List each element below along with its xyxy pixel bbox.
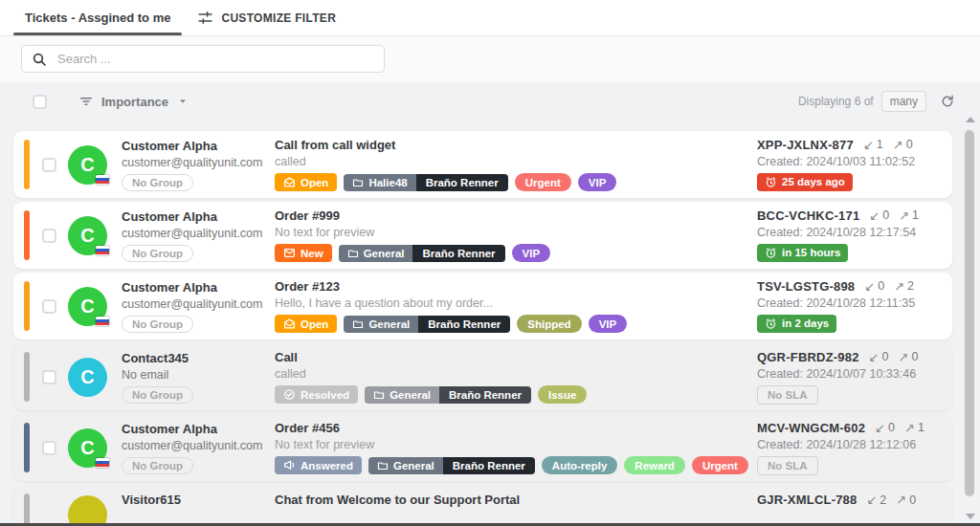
created-date: Created: 2024/10/03 11:02:52: [757, 155, 947, 168]
status-badge: Answered: [275, 456, 362, 474]
search-section: [0, 36, 980, 82]
ticket-row[interactable]: C Customer Alpha customer@qualityunit.co…: [13, 202, 952, 269]
folder-icon: [373, 389, 385, 401]
badge-row: New General Braňo Renner VIP: [275, 244, 757, 262]
meta-column: MCV-WNGCM-602 ↙0 ↗1 Created: 2024/10/28 …: [757, 421, 947, 475]
avatar-letter: C: [80, 296, 94, 318]
sent-count: ↗1: [899, 208, 919, 223]
ticket-checkbox[interactable]: [42, 299, 56, 314]
received-count: ↙0: [869, 208, 889, 223]
subject-column: Call from call widget called Open Halie4…: [275, 138, 757, 191]
ticket-code: GJR-XMLCL-788: [757, 493, 857, 507]
badge-row: Resolved General Braňo Renner Issue: [275, 385, 757, 404]
customer-column: Customer Alpha customer@qualityunit.com …: [122, 422, 265, 474]
status-badge: Resolved: [275, 385, 358, 404]
tab-tickets-assigned[interactable]: Tickets - Assgined to me: [11, 0, 184, 35]
arrow-up-right-icon: ↗: [893, 138, 903, 152]
chevron-down-icon: [176, 95, 189, 108]
department-group: General: [390, 389, 431, 401]
ticket-preview: called: [275, 367, 757, 381]
folder-icon: [377, 460, 389, 471]
open-envelope-icon: [283, 318, 296, 330]
customer-column: Contact345 No email No Group: [122, 351, 265, 404]
ticket-row[interactable]: C Contact345 No email No Group Call call…: [13, 343, 952, 410]
sla-badge: in 2 days: [757, 315, 836, 333]
select-all-checkbox[interactable]: [33, 95, 47, 109]
tune-icon: [197, 10, 213, 26]
subject-column: Chat from Welcome to our Support Portal: [275, 493, 757, 507]
received-count: ↙1: [863, 138, 883, 152]
displaying-text: Displaying 6 of: [798, 95, 874, 108]
sort-importance-control[interactable]: Importance: [78, 94, 189, 109]
ticket-row[interactable]: C Customer Alpha customer@qualityunit.co…: [13, 414, 952, 481]
customer-column: Visitor615: [122, 493, 265, 507]
ticket-checkbox[interactable]: [42, 158, 56, 172]
ticket-checkbox[interactable]: [42, 441, 56, 455]
priority-bar: [24, 493, 30, 526]
group-badge: No Group: [122, 245, 193, 262]
tag-badge: VIP: [578, 173, 617, 191]
customer-name: Customer Alpha: [122, 422, 265, 436]
ticket-checkbox[interactable]: [42, 370, 56, 384]
avatar: C: [68, 145, 107, 185]
avatar: C: [68, 358, 107, 397]
customer-name: Customer Alpha: [122, 139, 265, 153]
folder-icon: [352, 177, 364, 188]
department-badge: Halie48 Braňo Renner: [344, 174, 507, 191]
customer-email: No email: [122, 368, 265, 382]
avatar-letter: C: [80, 225, 94, 247]
customer-name: Customer Alpha: [122, 280, 265, 295]
customer-name: Customer Alpha: [122, 209, 265, 224]
status-badge: Open: [275, 173, 337, 191]
ticket-row[interactable]: C Customer Alpha customer@qualityunit.co…: [13, 273, 952, 340]
ticket-code: BCC-VCHKC-171: [757, 208, 859, 223]
refresh-button[interactable]: [938, 92, 957, 111]
badge-row: Open General Braňo Renner Shipped VIP: [275, 315, 757, 333]
scrollbar-down-arrow[interactable]: [966, 514, 975, 519]
created-date: Created: 2024/10/28 12:12:06: [757, 438, 947, 451]
sla-label: 25 days ago: [782, 176, 845, 187]
tab-customize-filter[interactable]: CUSTOMIZE FILTER: [184, 0, 349, 35]
ticket-row[interactable]: Visitor615 Chat from Welcome to our Supp…: [13, 485, 952, 526]
status-label: Answered: [301, 460, 353, 471]
sent-count: ↗0: [896, 493, 916, 507]
subject-column: Call called Resolved General Braňo Renne…: [275, 350, 757, 404]
filter-icon: [78, 94, 94, 109]
customer-name: Contact345: [122, 351, 265, 365]
group-badge: No Group: [122, 457, 193, 474]
ticket-row[interactable]: C Customer Alpha customer@qualityunit.co…: [13, 131, 952, 198]
department-group: Halie48: [368, 177, 407, 188]
list-toolbar: Importance Displaying 6 of many: [0, 82, 980, 118]
arrow-up-right-icon: ↗: [898, 350, 908, 364]
sla-badge: 25 days ago: [757, 173, 853, 191]
ticket-preview: called: [275, 155, 757, 168]
arrow-down-left-icon: ↙: [863, 138, 874, 152]
tab-tickets-label: Tickets - Assgined to me: [25, 11, 170, 25]
sent-count: ↗2: [894, 279, 914, 294]
search-icon: [32, 52, 47, 67]
badge-row: Open Halie48 Braňo Renner Urgent VIP: [275, 173, 757, 191]
search-box[interactable]: [21, 45, 385, 73]
displaying-count-badge[interactable]: many: [881, 91, 926, 112]
ticket-preview: Hello, I have a question about my order.…: [275, 296, 757, 310]
avatar: C: [68, 216, 107, 255]
tab-customize-label: CUSTOMIZE FILTER: [221, 11, 336, 25]
ticket-checkbox[interactable]: [42, 229, 56, 243]
customer-column: Customer Alpha customer@qualityunit.com …: [122, 209, 265, 262]
sla-badge: in 15 hours: [757, 244, 848, 262]
tag-badge: Issue: [538, 385, 587, 404]
ticket-subject: Call: [275, 350, 757, 364]
scrollbar-up-arrow[interactable]: [966, 117, 975, 122]
tag-badge: VIP: [589, 315, 628, 333]
scrollbar-thumb[interactable]: [965, 130, 974, 496]
department-group: General: [364, 248, 405, 259]
arrow-up-right-icon: ↗: [896, 493, 906, 507]
customer-email: customer@qualityunit.com: [122, 227, 265, 240]
search-input[interactable]: [56, 51, 374, 67]
received-count: ↙0: [864, 279, 884, 294]
scrollbar[interactable]: [963, 113, 977, 521]
tag-badge: Urgent: [692, 456, 748, 474]
meta-column: GJR-XMLCL-788 ↙2 ↗0: [757, 493, 947, 507]
avatar-letter: C: [80, 437, 94, 459]
meta-column: QGR-FBRDZ-982 ↙0 ↗0 Created: 2024/10/07 …: [757, 350, 947, 405]
